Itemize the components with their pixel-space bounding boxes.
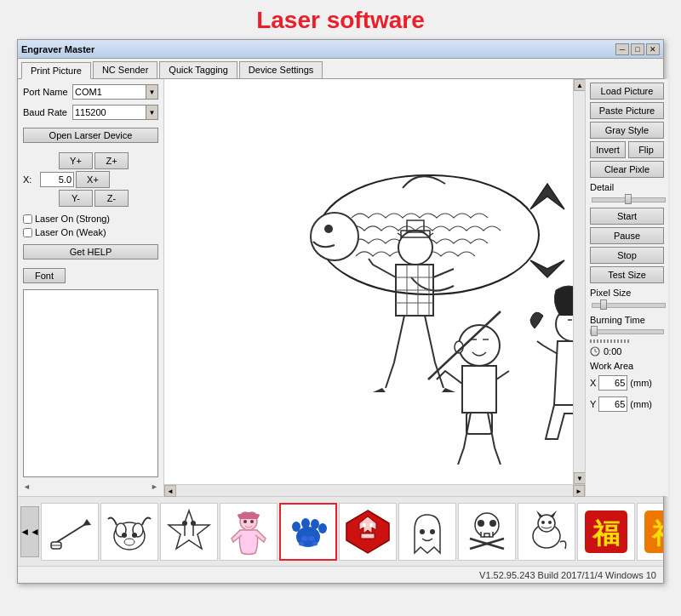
tab-quick-tagging[interactable]: Quick Tagging xyxy=(159,61,237,78)
burning-time-thumb[interactable] xyxy=(591,326,598,336)
work-area-y-row: Y (mm) xyxy=(590,396,664,412)
svg-marker-69 xyxy=(536,510,543,517)
detail-slider[interactable] xyxy=(592,197,666,202)
thumbnail-item-11[interactable]: 福 xyxy=(637,503,663,561)
thumbnail-item-5[interactable] xyxy=(279,503,337,561)
x-value-input[interactable] xyxy=(40,172,74,187)
start-button[interactable]: Start xyxy=(590,208,664,225)
thumbnail-item-3[interactable] xyxy=(160,503,218,561)
pixel-size-label: Pixel Size xyxy=(590,288,664,298)
jog-x-plus-button[interactable]: X+ xyxy=(76,171,110,188)
pixel-size-thumb[interactable] xyxy=(600,299,607,310)
restore-button[interactable]: □ xyxy=(631,43,644,55)
burning-time-label: Burning Time xyxy=(590,315,664,325)
svg-point-3 xyxy=(398,231,432,265)
svg-point-2 xyxy=(324,225,333,233)
burning-time-ticks xyxy=(590,339,664,343)
thumbnail-item-9[interactable] xyxy=(518,503,575,561)
tab-device-settings[interactable]: Device Settings xyxy=(239,61,323,78)
jog-y-plus-button[interactable]: Y+ xyxy=(59,152,93,169)
work-area-x-input[interactable] xyxy=(598,375,627,391)
baud-rate-label: Baud Rate xyxy=(23,107,70,117)
svg-point-52 xyxy=(308,536,315,541)
right-panel: Load Picture Paste Picture Gray Style In… xyxy=(585,79,668,496)
laser-weak-checkbox[interactable] xyxy=(23,228,32,237)
laser-strong-checkbox[interactable] xyxy=(23,214,32,224)
flip-button[interactable]: Flip xyxy=(628,141,664,158)
scroll-track-vertical xyxy=(574,91,585,472)
baud-rate-arrow[interactable]: ▼ xyxy=(146,106,157,119)
close-button[interactable]: ✕ xyxy=(646,43,660,55)
font-button[interactable]: Font xyxy=(23,268,66,283)
thumbnail-item-2[interactable] xyxy=(100,503,158,561)
scroll-left-btn[interactable]: ◄ xyxy=(164,485,176,497)
svg-point-60 xyxy=(420,529,425,534)
baud-rate-combo[interactable]: 115200 ▼ xyxy=(72,105,158,120)
gray-style-button[interactable]: Gray Style xyxy=(590,122,664,139)
minimize-button[interactable]: ─ xyxy=(615,43,629,55)
drawing-area[interactable] xyxy=(164,79,573,484)
open-laser-button[interactable]: Open Larser Device xyxy=(23,128,158,143)
horizontal-scrollbar: ◄ ► xyxy=(164,484,585,496)
status-bar: V1.52.95.243 Build 2017/11/4 Windows 10 xyxy=(18,566,663,583)
work-area-y-input[interactable] xyxy=(598,396,627,412)
thumbnail-item-7[interactable] xyxy=(398,503,456,561)
window-controls: ─ □ ✕ xyxy=(615,43,660,55)
svg-text:福: 福 xyxy=(592,518,620,549)
tab-nc-sender[interactable]: NC Sender xyxy=(93,61,157,78)
laser-strong-label: Laser On (Strong) xyxy=(35,214,110,224)
svg-point-53 xyxy=(299,541,304,545)
thumbnail-item-4[interactable] xyxy=(220,503,278,561)
jog-z-plus-button[interactable]: Z+ xyxy=(94,152,129,169)
test-size-button[interactable]: Test Size xyxy=(590,266,664,283)
port-name-combo[interactable]: COM1 ▼ xyxy=(72,84,158,100)
svg-marker-70 xyxy=(550,510,557,517)
work-area-y-label: Y xyxy=(590,399,596,409)
invert-button[interactable]: Invert xyxy=(590,141,626,158)
thumbnail-item-1[interactable] xyxy=(41,503,99,561)
scroll-left-arrow[interactable]: ◄ xyxy=(23,482,31,491)
thumbnail-item-8[interactable] xyxy=(458,503,516,561)
get-help-button[interactable]: Get HELP xyxy=(23,244,158,260)
work-area-x-mm: (mm) xyxy=(630,378,652,388)
jog-z-minus-button[interactable]: Z- xyxy=(94,190,129,207)
load-picture-button[interactable]: Load Picture xyxy=(590,83,664,100)
thumbnail-item-6[interactable] xyxy=(339,503,397,561)
detail-label: Detail xyxy=(590,182,664,192)
scroll-up-button[interactable]: ▲ xyxy=(574,79,586,91)
port-name-arrow[interactable]: ▼ xyxy=(146,85,157,99)
thumb-nav-left[interactable]: ◄◄ xyxy=(20,506,39,557)
scroll-right-arrow[interactable]: ► xyxy=(151,482,158,491)
svg-point-54 xyxy=(312,541,318,545)
baud-rate-row: Baud Rate 115200 ▼ xyxy=(23,105,158,120)
burning-time-track[interactable] xyxy=(590,329,664,334)
paste-picture-button[interactable]: Paste Picture xyxy=(590,102,664,119)
pause-button[interactable]: Pause xyxy=(590,227,664,244)
vertical-scrollbar: ▲ ▼ xyxy=(573,79,585,484)
time-value: 0:00 xyxy=(604,346,621,356)
app-window: Engraver Master ─ □ ✕ Print Picture NC S… xyxy=(17,39,664,584)
scroll-track-horizontal xyxy=(176,485,573,496)
scroll-down-button[interactable]: ▼ xyxy=(574,472,586,484)
jog-controls: Y+ Z+ X: X+ Y- Z- xyxy=(23,152,158,207)
svg-point-39 xyxy=(182,521,187,526)
svg-point-37 xyxy=(124,539,134,545)
detail-slider-thumb[interactable] xyxy=(625,194,632,204)
svg-point-40 xyxy=(191,521,196,526)
text-area-input[interactable] xyxy=(23,289,158,477)
thumbnail-item-10[interactable]: 福 xyxy=(577,503,635,561)
svg-point-36 xyxy=(132,533,137,538)
tabs-bar: Print Picture NC Sender Quick Tagging De… xyxy=(18,59,663,79)
svg-text:福: 福 xyxy=(651,518,663,549)
canvas-wrapper: ▲ ▼ ◄ ► xyxy=(164,79,585,496)
clear-pixle-button[interactable]: Clear Pixle xyxy=(590,161,664,178)
svg-point-64 xyxy=(489,520,496,527)
scroll-right-btn[interactable]: ► xyxy=(573,485,585,497)
pixel-size-slider[interactable] xyxy=(592,303,666,308)
svg-point-44 xyxy=(243,520,247,523)
tab-print-picture[interactable]: Print Picture xyxy=(21,62,91,79)
jog-y-minus-button[interactable]: Y- xyxy=(59,190,93,207)
stop-button[interactable]: Stop xyxy=(590,247,664,264)
svg-rect-19 xyxy=(462,366,496,413)
port-name-row: Port Name COM1 ▼ xyxy=(23,84,158,100)
